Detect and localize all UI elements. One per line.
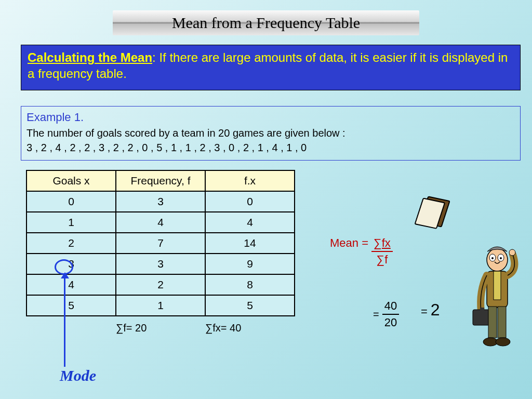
equals-sign: =	[373, 309, 379, 321]
mean-denominator: ∑f	[377, 252, 388, 267]
cell-fx: 0	[205, 191, 295, 212]
cell-fx: 9	[205, 254, 295, 274]
table-row: 2 7 14	[26, 233, 295, 254]
table-row: 0 3 0	[26, 191, 295, 212]
table-totals-row: ∑f= 20 ∑fx= 40	[26, 316, 295, 337]
cell-x: 4	[26, 274, 116, 295]
sum-fx: ∑fx= 40	[205, 316, 295, 337]
cell-fx: 8	[205, 274, 295, 295]
svg-rect-11	[498, 307, 506, 338]
cell-f: 3	[116, 254, 205, 274]
svg-point-13	[496, 338, 510, 346]
svg-rect-6	[494, 271, 501, 300]
cell-f: 3	[116, 191, 205, 212]
header-fx: f.x	[205, 170, 295, 191]
info-lead: Calculating the Mean	[28, 50, 152, 64]
cell-f: 1	[116, 295, 205, 316]
svg-rect-10	[488, 307, 497, 338]
cell-x: 2	[26, 233, 116, 254]
mode-arrow-line	[64, 274, 65, 367]
example-box: Example 1. The number of goals scored by…	[21, 106, 521, 161]
example-description: The number of goals scored by a team in …	[26, 126, 515, 140]
cell-fx: 5	[205, 295, 295, 316]
header-goals: Goals x	[26, 170, 116, 191]
mean-label: Mean =	[330, 236, 368, 250]
example-data: 3 , 2 , 4 , 2 , 2 , 3 , 2 , 2 , 0 , 5 , …	[26, 140, 515, 155]
cell-fx: 4	[205, 212, 295, 233]
table-header-row: Goals x Frequency, f f.x	[26, 170, 295, 191]
example-title: Example 1.	[26, 110, 515, 126]
table-row: 5 1 5	[26, 295, 295, 316]
calc-denominator: 20	[384, 315, 397, 329]
header-frequency: Frequency, f	[116, 170, 205, 191]
info-box: Calculating the Mean: If there are large…	[21, 45, 521, 90]
mean-formula: Mean = ∑fx ∑f	[330, 236, 393, 267]
frequency-table: Goals x Frequency, f f.x 0 3 0 1 4 4 2 7…	[26, 170, 295, 337]
cell-f: 2	[116, 274, 205, 295]
svg-point-9	[509, 249, 515, 256]
page-title: Mean from a Frequency Table	[113, 10, 419, 35]
result-value: 2	[431, 300, 440, 320]
mode-arrow-head	[61, 272, 69, 278]
person-clipart-icon	[469, 244, 526, 364]
result-equals: =	[421, 305, 428, 318]
mean-numerator: ∑fx	[371, 236, 393, 252]
mean-result: = 2	[421, 300, 440, 320]
calc-numerator: 40	[382, 299, 399, 315]
svg-point-4	[500, 257, 502, 259]
mean-calculation: = 40 20	[373, 299, 399, 329]
cell-fx: 14	[205, 233, 295, 254]
svg-rect-8	[480, 308, 484, 311]
mode-label: Mode	[60, 367, 96, 384]
svg-point-3	[491, 257, 494, 259]
cell-f: 4	[116, 212, 205, 233]
sum-f: ∑f= 20	[116, 316, 205, 337]
table-row: 1 4 4	[26, 212, 295, 233]
cell-x: 5	[26, 295, 116, 316]
cell-x: 1	[26, 212, 116, 233]
cell-f: 7	[116, 233, 205, 254]
cell-x: 0	[26, 191, 116, 212]
